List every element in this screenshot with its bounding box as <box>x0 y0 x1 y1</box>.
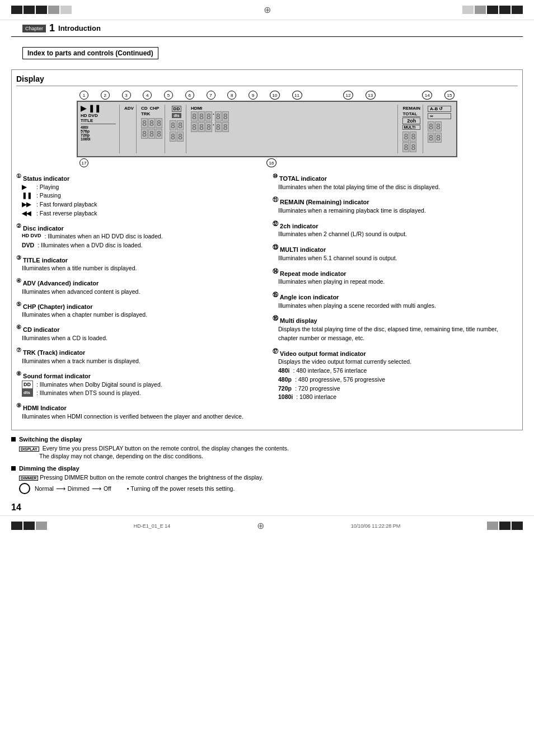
switching-desc1: Every time you press DISPLAY button on t… <box>43 445 289 452</box>
res-576p: 576p <box>81 129 91 133</box>
pattern-block <box>487 6 498 14</box>
res-1080i: 1080i <box>81 137 91 141</box>
right-seg-1 <box>402 132 420 142</box>
num-10: 10 <box>270 91 280 100</box>
number-row-bottom: 17 16 <box>77 157 457 168</box>
num-16: 16 <box>266 158 277 167</box>
title-num: ③ <box>16 255 21 261</box>
pattern-block <box>462 6 474 14</box>
pattern-block <box>487 522 498 530</box>
dolby-label: DD <box>172 106 182 112</box>
pattern-block <box>24 6 35 14</box>
multi-seg-row2: · <box>191 122 396 132</box>
seg-m9 <box>215 122 222 132</box>
seg-m1 <box>191 111 198 121</box>
registration-mark: ⊕ <box>264 4 271 15</box>
indicator-title-desc: Illuminates when a title number is displ… <box>22 264 261 273</box>
seg-d6 <box>156 129 162 139</box>
dd-desc: : Illuminates when Dolby Digital sound i… <box>36 381 162 389</box>
seg-d10 <box>177 132 184 142</box>
seg-m6 <box>191 122 198 132</box>
lcd-cd-chp: CD CHP <box>141 106 162 111</box>
seg-d5 <box>148 129 155 139</box>
lcd-panel: ▶ ❚❚ HD DVD TITLE 480i 576p 720p 1080i A… <box>77 101 457 157</box>
seg-dot2: · <box>213 122 214 132</box>
indicator-repeat: ⑭ Repeat mode indicator Illuminates when… <box>273 267 518 287</box>
pattern-block <box>11 6 22 14</box>
hdmi-num: ⑨ <box>16 402 21 408</box>
indicator-multi-desc: Illuminates when 5.1 channel sound is ou… <box>278 254 518 263</box>
seg-r4 <box>410 142 416 152</box>
footer-right: 10/10/06 11:22:28 PM <box>351 523 401 529</box>
ab-seg-1 <box>428 121 451 132</box>
indicator-sound: ⑧ Sound format indicator DD : Illuminate… <box>16 370 261 398</box>
flow-dimmed: Dimmed <box>68 485 90 492</box>
switching-desc: DISPLAY Every time you press DISPLAY but… <box>19 445 523 452</box>
num-6: 6 <box>185 91 194 100</box>
indicator-video-output-desc: Displays the video output format current… <box>278 358 518 402</box>
1080i-desc: : 1080 interlace <box>296 393 336 402</box>
dimmer-diagram: Normal ⟶ Dimmed ⟶ Off • Turning off the … <box>19 483 523 494</box>
chapter-number: 1 <box>49 22 55 34</box>
adv-num: ④ <box>16 278 21 284</box>
indicator-chp-title: ⑤ CHP (Chapter) indicator <box>16 301 261 310</box>
indicator-2ch-desc: Illuminates when 2 channel (L/R) sound i… <box>278 230 518 239</box>
status-num: ① <box>16 173 21 179</box>
pattern-block <box>60 6 72 14</box>
indicator-multi-title: ⑬ MULTI indicator <box>273 243 518 253</box>
indicator-total-title: ⑩ TOTAL indicator <box>273 173 518 182</box>
ff-desc: : Fast forward playback <box>36 200 97 209</box>
hddvd-symbol: HD DVD <box>22 232 41 240</box>
video-desc: Displays the video output format current… <box>278 358 518 367</box>
right-pattern <box>462 6 523 14</box>
indicator-disc-title: ② Disc indicator <box>16 223 261 232</box>
dimmer-flow: Normal ⟶ Dimmed ⟶ Off <box>35 485 111 492</box>
video-num: ⑰ <box>273 348 278 354</box>
seg-dot: · <box>213 111 214 121</box>
res-480i: 480i <box>81 125 91 129</box>
pattern-block <box>499 522 510 530</box>
indicator-multidisplay-title: ⑯ Multi display <box>273 314 518 324</box>
resolution-labels: 480i 576p 720p 1080i <box>81 125 91 141</box>
ab-label: A-B ↺ <box>428 106 451 112</box>
num-17-label: 17 <box>79 158 88 167</box>
indicator-title-title: ③ TITLE indicator <box>16 255 261 264</box>
indicator-cd-title: ⑥ CD indicator <box>16 324 261 333</box>
ff-symbol: ▶▶ <box>22 200 33 209</box>
num-4: 4 <box>143 91 152 100</box>
dd-symbol: DD <box>22 381 33 389</box>
spacer <box>314 91 331 100</box>
indicator-2ch-title: ⑫ 2ch indicator <box>273 220 518 229</box>
indicator-status-title: ① Status indicator <box>16 173 261 182</box>
switching-section: Switching the display DISPLAY Every time… <box>11 436 523 459</box>
indicator-status-desc: ▶ : Playing ❚❚ : Pausing ▶▶ : Fast forwa… <box>22 183 261 218</box>
top-header: ⊕ <box>0 0 534 20</box>
indicator-adv-desc: Illuminates when advanced content is pla… <box>22 288 261 297</box>
num-11: 11 <box>292 91 302 100</box>
status-item-pause: ❚❚ : Pausing <box>22 191 261 200</box>
video-480i: 480i : 480 interlace, 576 interlace <box>278 367 518 375</box>
seg-display-4 <box>170 132 184 142</box>
dimmer-title-text: Dimming the display <box>19 465 79 472</box>
remain-num: ⑪ <box>273 196 278 203</box>
pattern-block <box>36 6 47 14</box>
indicator-angle-title: ⑮ Angle icon indicator <box>273 291 518 300</box>
seg-m4 <box>215 111 222 121</box>
dimmer-note: Turning off the power resets this settin… <box>130 485 235 492</box>
status-item-ff: ▶▶ : Fast forward playback <box>22 200 261 209</box>
play-symbol: ▶ <box>22 183 33 192</box>
indicator-remain: ⑪ REMAIN (Remaining) indicator Illuminat… <box>273 196 518 215</box>
chapter-label: Chapter <box>22 25 46 32</box>
indicator-total-desc: Illuminates when the total playing time … <box>278 183 518 192</box>
seg-d7 <box>170 120 176 130</box>
pause-desc: : Pausing <box>36 191 61 200</box>
status-item-fr: ◀◀ : Fast reverse playback <box>22 209 261 218</box>
multi-num: ⑬ <box>273 244 278 250</box>
pattern-block <box>11 522 22 530</box>
indicator-hdmi-desc: Illuminates when HDMI connection is veri… <box>22 412 261 421</box>
disc-num: ② <box>16 223 21 229</box>
480p-desc: : 480 progressive, 576 progressive <box>295 375 385 384</box>
total-label: TOTAL <box>402 111 420 117</box>
angle-num: ⑮ <box>273 292 278 298</box>
seg-r2 <box>410 132 416 142</box>
